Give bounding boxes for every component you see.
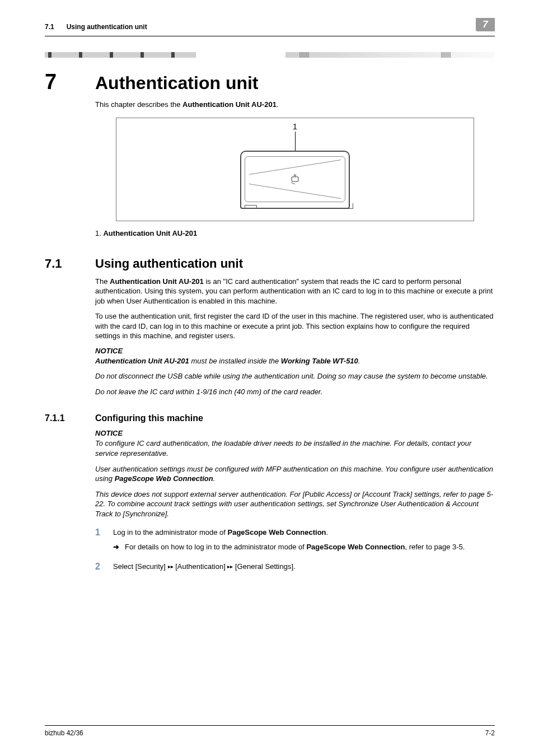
text: Log in to the administrator mode of bbox=[113, 528, 228, 536]
text: Select [Security] bbox=[113, 562, 168, 571]
chapter-intro: This chapter describes the Authenticatio… bbox=[95, 100, 495, 110]
running-header: 7.1 Using authentication unit 7 bbox=[45, 20, 495, 34]
breadcrumb-arrow-icon: ▸▸ bbox=[227, 563, 233, 570]
notice-text: This device does not support external se… bbox=[95, 489, 495, 519]
step-2: 2 Select [Security] ▸▸ [Authentication] … bbox=[95, 562, 495, 572]
footer-product: bizhub 42/36 bbox=[45, 729, 83, 737]
section-7-1-1-heading: 7.1.1 Configuring this machine bbox=[45, 413, 495, 423]
section-title: Using authentication unit bbox=[95, 256, 243, 271]
step-text: Select [Security] ▸▸ [Authentication] ▸▸… bbox=[113, 562, 495, 572]
card-reader-illustration bbox=[240, 151, 350, 209]
figure-authentication-unit: 1 bbox=[116, 118, 474, 221]
step-1: 1 Log in to the administrator mode of Pa… bbox=[95, 528, 495, 538]
text: The bbox=[95, 277, 110, 286]
text: 1. bbox=[95, 229, 103, 237]
text-bold: PageScope Web Connection bbox=[306, 543, 405, 551]
text-bold: Authentication Unit AU-201 bbox=[110, 277, 204, 286]
subsection-title: Configuring this machine bbox=[95, 413, 203, 423]
arrow-icon: ➜ bbox=[113, 542, 119, 552]
text-bold: Authentication Unit AU-201 bbox=[182, 100, 277, 109]
text: . bbox=[358, 357, 360, 365]
breadcrumb-arrow-icon: ▸▸ bbox=[168, 563, 174, 570]
card-tap-icon bbox=[289, 174, 301, 185]
text: must be installed inside the bbox=[189, 357, 281, 365]
text-bold: PageScope Web Connection bbox=[115, 474, 213, 483]
text: . bbox=[326, 528, 329, 536]
paragraph: The Authentication Unit AU-201 is an "IC… bbox=[95, 277, 495, 306]
text: This chapter describes the bbox=[95, 100, 182, 109]
substep-text: For details on how to log in to the admi… bbox=[125, 542, 465, 552]
chapter-heading: 7 Authentication unit bbox=[45, 70, 495, 94]
svg-rect-0 bbox=[292, 176, 298, 181]
notice-label: NOTICE bbox=[95, 347, 495, 355]
chapter-tab: 7 bbox=[476, 18, 495, 31]
text-bold: Authentication Unit AU-201 bbox=[103, 229, 197, 237]
notice-text: Do not leave the IC card within 1-9/16 i… bbox=[95, 387, 495, 397]
text-bold: PageScope Web Connection bbox=[228, 528, 326, 536]
subsection-number: 7.1.1 bbox=[45, 413, 78, 423]
ornamental-stripe bbox=[45, 52, 495, 58]
page-footer: bizhub 42/36 7-2 bbox=[45, 725, 495, 737]
figure-callout-1: 1 bbox=[293, 122, 297, 131]
header-section-title: Using authentication unit bbox=[67, 23, 147, 31]
notice-label: NOTICE bbox=[95, 429, 495, 437]
notice-text: User authentication settings must be con… bbox=[95, 464, 495, 484]
text: . bbox=[277, 100, 279, 109]
figure-caption: 1. Authentication Unit AU-201 bbox=[95, 229, 495, 237]
text: [General Settings]. bbox=[233, 562, 295, 571]
notice-text: To configure IC card authentication, the… bbox=[95, 438, 495, 458]
notice-text: Authentication Unit AU-201 must be insta… bbox=[95, 356, 495, 366]
step-number: 1 bbox=[95, 528, 103, 538]
text: , refer to page 3-5. bbox=[405, 543, 465, 551]
footer-page-number: 7-2 bbox=[485, 729, 495, 737]
section-number: 7.1 bbox=[45, 256, 73, 271]
step-number: 2 bbox=[95, 562, 103, 572]
chapter-title: Authentication unit bbox=[95, 73, 259, 94]
header-section-number: 7.1 bbox=[45, 23, 54, 31]
chapter-number: 7 bbox=[45, 70, 69, 94]
section-7-1-heading: 7.1 Using authentication unit bbox=[45, 256, 495, 271]
step-1-substep: ➜ For details on how to log in to the ad… bbox=[95, 542, 495, 552]
text: . bbox=[213, 474, 216, 483]
text-bold: Authentication Unit AU-201 bbox=[95, 357, 189, 365]
step-text: Log in to the administrator mode of Page… bbox=[113, 528, 495, 538]
text: [Authentication] bbox=[174, 562, 228, 571]
header-rule bbox=[45, 36, 495, 36]
paragraph: To use the authentication unit, first re… bbox=[95, 311, 495, 341]
text-bold: Working Table WT-510 bbox=[281, 357, 358, 365]
text: For details on how to log in to the admi… bbox=[125, 543, 306, 551]
notice-text: Do not disconnect the USB cable while us… bbox=[95, 371, 495, 381]
